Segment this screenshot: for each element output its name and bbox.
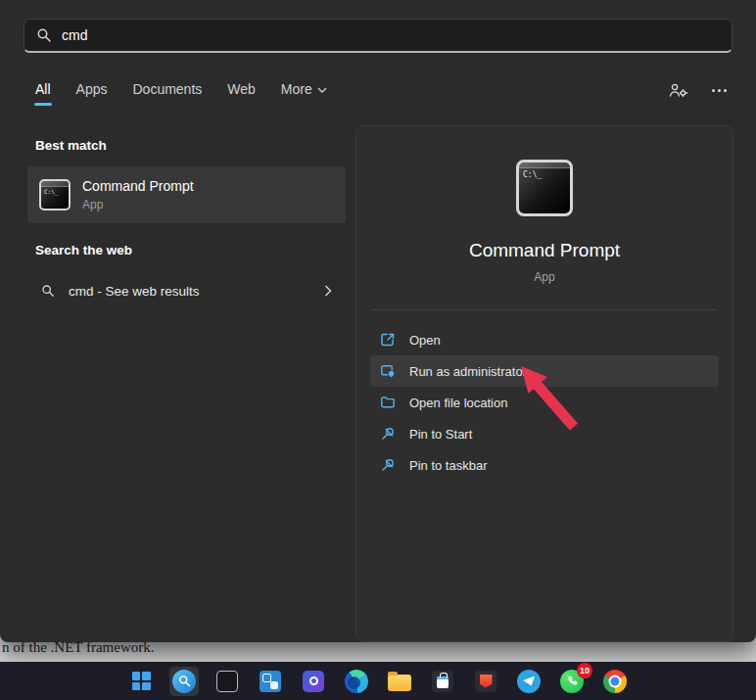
screen-app-icon[interactable]: [213, 667, 242, 696]
account-settings-icon[interactable]: [668, 82, 688, 99]
tab-documents[interactable]: Documents: [132, 81, 202, 106]
action-pin-to-taskbar[interactable]: Pin to taskbar: [370, 449, 719, 481]
best-match-subtitle: App: [82, 198, 194, 211]
file-explorer-icon[interactable]: [385, 667, 414, 696]
more-options-icon[interactable]: [712, 83, 727, 99]
chevron-down-icon: [317, 87, 327, 94]
search-header-icons: [668, 82, 727, 99]
preview-title: Command Prompt: [469, 240, 620, 261]
telegram-icon[interactable]: [514, 667, 543, 696]
task-view-icon[interactable]: [256, 667, 285, 696]
search-web-heading: Search the web: [35, 243, 132, 257]
store-icon[interactable]: [428, 667, 457, 696]
command-prompt-icon: [516, 160, 573, 216]
open-file-location-icon: [380, 395, 396, 410]
best-match-result[interactable]: Command Prompt App: [27, 166, 346, 223]
tab-more[interactable]: More: [281, 81, 327, 106]
search-input[interactable]: [62, 27, 720, 43]
tab-web[interactable]: Web: [227, 81, 256, 106]
action-open[interactable]: Open: [370, 324, 719, 355]
best-match-title: Command Prompt: [82, 178, 194, 194]
web-result-text: cmd - See web results: [69, 284, 200, 299]
search-box[interactable]: [24, 19, 732, 53]
pin-icon: [380, 426, 396, 442]
web-search-result[interactable]: cmd - See web results: [27, 271, 346, 310]
open-icon: [380, 332, 396, 348]
notification-badge: 10: [577, 663, 592, 678]
whatsapp-icon[interactable]: 10: [557, 667, 587, 696]
taskbar: 10: [0, 662, 756, 700]
search-filter-tabs: All Apps Documents Web More: [35, 81, 327, 106]
action-run-as-administrator[interactable]: Run as administrator: [370, 355, 719, 387]
chrome-icon[interactable]: [600, 667, 630, 696]
chevron-right-icon: [324, 285, 332, 297]
command-prompt-icon: [39, 179, 71, 210]
divider: [372, 309, 717, 310]
preview-subtitle: App: [534, 270, 554, 284]
start-icon[interactable]: [126, 667, 156, 696]
search-icon: [36, 27, 52, 43]
edge-icon[interactable]: [342, 667, 371, 696]
run-as-admin-icon: [380, 363, 396, 379]
taskbar-search-icon[interactable]: [169, 667, 199, 696]
search-icon: [41, 284, 55, 298]
red-app-icon[interactable]: [471, 667, 500, 696]
blue-app-icon[interactable]: [299, 667, 328, 696]
tab-all[interactable]: All: [35, 81, 51, 106]
action-open-file-location[interactable]: Open file location: [370, 387, 719, 418]
best-match-heading: Best match: [35, 138, 107, 153]
preview-panel: Command Prompt App Open Run as administr…: [355, 125, 733, 642]
pin-icon: [380, 457, 396, 473]
action-pin-to-start[interactable]: Pin to Start: [370, 418, 719, 449]
tab-apps[interactable]: Apps: [76, 81, 108, 106]
action-list: Open Run as administrator Open file loca…: [356, 324, 732, 481]
search-flyout: All Apps Documents Web More Best match C…: [0, 0, 756, 642]
